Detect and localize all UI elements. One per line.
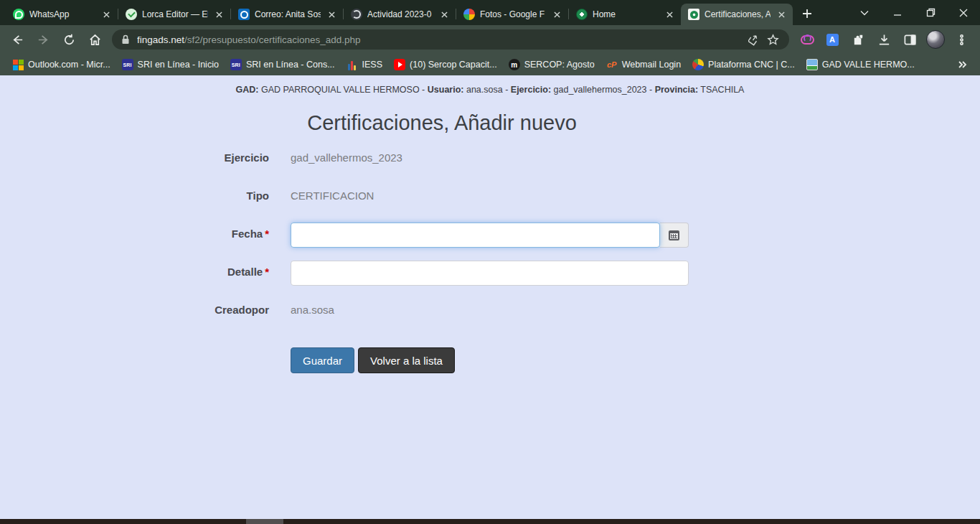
tab-title: Lorca Editor — El	[142, 9, 208, 19]
detalle-label: Detalle*	[0, 261, 269, 278]
downloads-icon[interactable]	[872, 28, 895, 51]
taskbar-edge	[0, 519, 980, 524]
tipo-label: Tipo	[0, 184, 269, 202]
close-tab-icon[interactable]	[100, 9, 112, 20]
close-tab-icon[interactable]	[776, 9, 787, 20]
bookmarks-overflow-chevron-icon[interactable]	[953, 57, 971, 72]
tab-whatsapp[interactable]: WhatsApp	[6, 4, 118, 25]
restore-button[interactable]	[914, 0, 947, 25]
creadopor-value: ana.sosa	[291, 299, 689, 316]
tipo-row: Tipo CERTIFICACION	[0, 184, 980, 210]
cpanel-icon: cP	[606, 59, 618, 70]
sri-icon: SRI	[230, 59, 242, 70]
tab-title: WhatsApp	[29, 9, 95, 19]
tab-strip: WhatsApp Lorca Editor — El Correo: Anita…	[0, 0, 980, 25]
menu-kebab-icon[interactable]	[950, 28, 973, 51]
certification-form: Ejercicio gad_vallehermos_2023 Tipo CERT…	[0, 146, 980, 373]
microsoft-icon	[13, 60, 24, 70]
calendar-icon	[669, 230, 679, 240]
volver-a-la-lista-button[interactable]: Volver a la lista	[358, 347, 455, 373]
sercop-icon: m	[509, 59, 520, 70]
fecha-input[interactable]	[291, 223, 660, 248]
sri-icon: SRI	[122, 59, 133, 70]
forward-icon[interactable]	[32, 28, 55, 51]
ejercicio-row: Ejercicio gad_vallehermos_2023	[0, 146, 980, 172]
bookmark-sri-consultas[interactable]: SRISRI en Línea - Cons...	[226, 57, 339, 72]
close-window-button[interactable]	[947, 0, 980, 25]
url-path: /sf2/presupuesto/certificaciones_add.php	[184, 34, 360, 45]
close-tab-icon[interactable]	[326, 9, 337, 20]
address-bar[interactable]: fingads.net/sf2/presupuesto/certificacio…	[112, 29, 789, 50]
profile-avatar[interactable]	[924, 28, 947, 51]
browser-toolbar: fingads.net/sf2/presupuesto/certificacio…	[0, 25, 980, 54]
reload-icon[interactable]	[57, 28, 80, 51]
page-title: Certificaciones, Añadir nuevo	[0, 111, 884, 135]
tab-fotos[interactable]: Fotos - Google F	[456, 4, 568, 25]
bookmark-gad-valle-hermoso[interactable]: GAD VALLE HERMO...	[802, 57, 919, 72]
activity-icon	[351, 9, 362, 20]
tab-search-chevron-icon[interactable]	[848, 0, 881, 25]
tab-lorca-editor[interactable]: Lorca Editor — El	[118, 4, 230, 25]
iess-icon	[347, 59, 358, 70]
close-tab-icon[interactable]	[213, 9, 225, 20]
new-tab-button[interactable]	[797, 4, 817, 24]
lock-icon	[121, 34, 131, 45]
outlook-icon	[238, 9, 250, 20]
browser-window: WhatsApp Lorca Editor — El Correo: Anita…	[0, 0, 980, 524]
minimize-button[interactable]	[881, 0, 914, 25]
detalle-input[interactable]	[291, 261, 689, 286]
close-tab-icon[interactable]	[551, 9, 562, 20]
gad-site-icon	[688, 9, 699, 20]
bookmark-sercop-youtube[interactable]: (10) Sercop Capacit...	[390, 57, 501, 72]
tab-title: Actividad 2023-0	[367, 9, 433, 19]
site-context-header: GAD: GAD PARROQUIAL VALLE HERMOSO - Usua…	[0, 75, 980, 95]
extensions-puzzle-icon[interactable]	[847, 28, 870, 51]
bookmarks-bar: Outlook.com - Micr... SRISRI en Línea - …	[0, 54, 980, 75]
creadopor-label: Creadopor	[0, 299, 269, 316]
extension-cloud-icon[interactable]	[795, 28, 818, 51]
detalle-row: Detalle*	[0, 261, 980, 286]
tab-title: Certificaciones, A	[705, 9, 771, 19]
taskbar-indicator	[246, 519, 283, 524]
tab-actividad[interactable]: Actividad 2023-0	[344, 4, 456, 25]
tab-title: Fotos - Google F	[480, 9, 546, 19]
bookmark-sri-inicio[interactable]: SRISRI en Línea - Inicio	[118, 57, 223, 72]
buttons-row: Guardar Volver a la lista	[0, 337, 980, 373]
youtube-icon	[394, 59, 405, 70]
tab-home[interactable]: Home	[569, 4, 681, 25]
creadopor-row: Creadopor ana.sosa	[0, 299, 980, 324]
tipo-value: CERTIFICACION	[291, 184, 689, 202]
tab-correo[interactable]: Correo: Anita Sos	[231, 4, 343, 25]
url-domain: fingads.net	[137, 34, 184, 45]
google-photos-icon	[463, 9, 475, 20]
bookmark-outlook[interactable]: Outlook.com - Micr...	[9, 57, 115, 72]
translate-icon[interactable]: A	[821, 28, 844, 51]
cnc-icon	[692, 59, 704, 70]
home-icon[interactable]	[83, 28, 106, 51]
bookmark-plataforma-cnc[interactable]: Plataforma CNC | C...	[688, 57, 799, 72]
guardar-button[interactable]: Guardar	[291, 347, 354, 373]
url-text: fingads.net/sf2/presupuesto/certificacio…	[137, 34, 745, 45]
tab-title: Home	[593, 9, 659, 19]
close-tab-icon[interactable]	[664, 9, 675, 20]
side-panel-icon[interactable]	[898, 28, 921, 51]
gad-thumbnail-icon	[806, 59, 818, 70]
back-icon[interactable]	[6, 28, 29, 51]
bookmark-webmail[interactable]: cPWebmail Login	[602, 57, 685, 72]
share-icon[interactable]	[745, 30, 763, 49]
calendar-button[interactable]	[660, 223, 689, 248]
tab-certificaciones-active[interactable]: Certificaciones, A	[681, 4, 793, 25]
fecha-label: Fecha*	[0, 223, 269, 240]
lorca-editor-icon	[126, 9, 137, 20]
page-content: GAD: GAD PARROQUIAL VALLE HERMOSO - Usua…	[0, 75, 980, 519]
whatsapp-icon	[13, 9, 24, 20]
bookmark-star-icon[interactable]	[763, 30, 782, 49]
tab-title: Correo: Anita Sos	[255, 9, 321, 19]
ejercicio-value: gad_vallehermos_2023	[291, 146, 689, 164]
close-tab-icon[interactable]	[438, 9, 450, 20]
fecha-row: Fecha*	[0, 223, 980, 248]
window-controls	[848, 0, 980, 25]
bookmark-sercop-agosto[interactable]: mSERCOP: Agosto	[504, 57, 599, 72]
gad-site-icon	[576, 9, 588, 20]
bookmark-iess[interactable]: IESS	[342, 57, 387, 72]
